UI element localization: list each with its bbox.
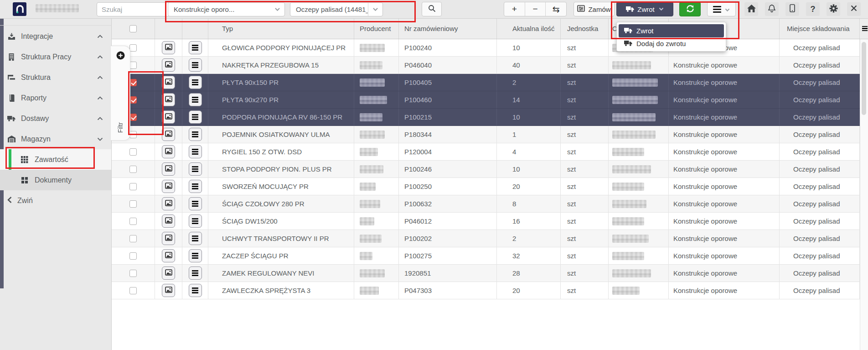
row-checkbox[interactable] bbox=[129, 166, 137, 173]
row-menu-button[interactable] bbox=[189, 266, 202, 280]
sidebar-item-struktura[interactable]: Struktura bbox=[0, 67, 111, 88]
sidebar-item-magazyn[interactable]: Magazyn bbox=[0, 129, 111, 149]
search-input[interactable] bbox=[97, 2, 173, 16]
column-header-typ[interactable]: Typ bbox=[208, 18, 354, 39]
row-checkbox[interactable] bbox=[129, 287, 137, 294]
menu-item-return[interactable]: Zwrot bbox=[619, 24, 724, 37]
table-row[interactable]: POJEMNIK OSIATKOWANY ULMA P180344 1 szt … bbox=[112, 126, 860, 143]
image-preview-button[interactable] bbox=[162, 41, 175, 54]
search-button[interactable] bbox=[422, 2, 442, 16]
table-row[interactable]: NAKRĘTKA PRZEGUBOWA 15 P046040 40 szt Ko… bbox=[112, 57, 860, 74]
sidebar-item-raporty[interactable]: Raporty bbox=[0, 88, 111, 108]
row-menu-button[interactable] bbox=[189, 284, 202, 297]
refresh-button[interactable] bbox=[679, 2, 701, 16]
row-menu-button[interactable] bbox=[189, 214, 202, 228]
image-preview-button[interactable] bbox=[162, 284, 175, 297]
row-checkbox[interactable] bbox=[129, 235, 137, 242]
image-preview-button[interactable] bbox=[162, 180, 175, 193]
sidebar-item-dostawy[interactable]: Dostawy bbox=[0, 108, 111, 129]
column-header-jednostka[interactable]: Jednostka bbox=[561, 18, 609, 39]
image-preview-button[interactable] bbox=[162, 214, 175, 228]
warehouse-select[interactable]: Konstrukcje oporo... bbox=[168, 2, 285, 16]
scrollbar-thumb[interactable] bbox=[862, 42, 866, 115]
row-menu-button[interactable] bbox=[189, 162, 202, 176]
vertical-scrollbar[interactable] bbox=[860, 39, 868, 350]
image-preview-button[interactable] bbox=[162, 162, 175, 176]
sidebar-item-integracje[interactable]: Integracje bbox=[0, 26, 111, 47]
row-menu-button[interactable] bbox=[189, 76, 202, 89]
sidebar-subitem-zawartość[interactable]: Zawartość bbox=[0, 149, 111, 170]
row-menu-button[interactable] bbox=[189, 93, 202, 106]
row-checkbox[interactable] bbox=[129, 270, 137, 277]
subtract-button[interactable]: − bbox=[525, 2, 546, 16]
row-menu-button[interactable] bbox=[189, 58, 202, 72]
transfer-button[interactable]: ⇆ bbox=[545, 2, 566, 16]
column-settings-icon[interactable] bbox=[862, 26, 868, 31]
table-row[interactable]: ŚCIĄG CZOŁOWY 280 PR P100632 8 szt Konst… bbox=[112, 195, 860, 213]
row-checkbox[interactable] bbox=[129, 131, 137, 138]
location-select[interactable]: Oczepy palisad (14481_1) bbox=[290, 2, 383, 16]
row-checkbox[interactable] bbox=[129, 114, 137, 121]
sidebar-item-struktura-pracy[interactable]: Struktura Pracy bbox=[0, 47, 111, 67]
table-row[interactable]: PŁYTA 90x150 PR P100405 2 szt Konstrukcj… bbox=[112, 74, 860, 91]
row-menu-button[interactable] bbox=[189, 197, 202, 210]
table-row[interactable]: ŚCIĄG DW15/200 P046012 16 szt Konstrukcj… bbox=[112, 213, 860, 230]
menu-item-add-to-return[interactable]: Dodaj do zwrotu bbox=[619, 37, 724, 49]
add-button[interactable]: + bbox=[504, 2, 525, 16]
row-menu-button[interactable] bbox=[189, 41, 202, 54]
table-row[interactable]: UCHWYT TRANSPORTOWY II PR P100202 2 szt … bbox=[112, 230, 860, 247]
row-checkbox[interactable] bbox=[129, 252, 137, 260]
help-button[interactable]: ? bbox=[806, 2, 820, 16]
filter-tab[interactable]: Filtr bbox=[111, 46, 130, 141]
column-header-aktualna-ilosc[interactable]: Aktualna ilość bbox=[497, 18, 561, 39]
column-header-miejsce-skladowania[interactable]: Miejsce składowania bbox=[780, 18, 860, 39]
sidebar-subitem-dokumenty[interactable]: Dokumenty bbox=[0, 170, 111, 190]
row-checkbox[interactable] bbox=[129, 218, 137, 225]
mobile-button[interactable] bbox=[785, 2, 799, 16]
row-checkbox[interactable] bbox=[129, 183, 137, 190]
image-preview-button[interactable] bbox=[162, 266, 175, 280]
home-button[interactable] bbox=[744, 2, 758, 16]
cell-qty: 10 bbox=[497, 161, 561, 178]
image-preview-button[interactable] bbox=[162, 145, 175, 158]
row-menu-button[interactable] bbox=[189, 180, 202, 193]
image-preview-button[interactable] bbox=[162, 93, 175, 106]
table-row[interactable]: ZAWLECZKA SPRĘŻYSTA 3 P047303 20 szt Kon… bbox=[112, 282, 860, 299]
table-row[interactable]: ZACZEP ŚCIĄGU PR P100275 32 szt Konstruk… bbox=[112, 247, 860, 265]
table-row[interactable]: GŁOWICA PODPORY PIONUJĄCEJ PR P100240 10… bbox=[112, 39, 860, 57]
image-preview-button[interactable] bbox=[162, 232, 175, 245]
row-checkbox[interactable] bbox=[129, 96, 137, 104]
image-preview-button[interactable] bbox=[162, 128, 175, 141]
row-checkbox[interactable] bbox=[129, 79, 137, 86]
table-row[interactable]: RYGIEL 150 Z OTW. DSD P120004 4 szt Kons… bbox=[112, 143, 860, 161]
row-checkbox[interactable] bbox=[129, 200, 137, 208]
row-checkbox[interactable] bbox=[129, 44, 137, 52]
sidebar-collapse-button[interactable]: Zwiń bbox=[0, 190, 111, 211]
actions-menu-button[interactable] bbox=[707, 2, 736, 16]
row-menu-button[interactable] bbox=[189, 128, 202, 141]
image-preview-button[interactable] bbox=[162, 249, 175, 262]
return-dropdown-button[interactable]: Zwrot bbox=[616, 2, 673, 16]
image-preview-button[interactable] bbox=[162, 76, 175, 89]
select-all-checkbox[interactable] bbox=[129, 25, 137, 32]
table-row[interactable]: STOPA PODPORY PION. PLUS PR P100246 10 s… bbox=[112, 161, 860, 178]
notifications-button[interactable] bbox=[765, 2, 779, 16]
order-button[interactable]: Zamów bbox=[574, 2, 615, 16]
image-preview-button[interactable] bbox=[162, 197, 175, 210]
row-menu-button[interactable] bbox=[189, 249, 202, 262]
image-preview-button[interactable] bbox=[162, 110, 175, 124]
table-row[interactable]: SWORZEŃ MOCUJĄCY PR P100250 20 szt Konst… bbox=[112, 178, 860, 195]
row-checkbox[interactable] bbox=[129, 148, 137, 156]
table-row[interactable]: ZAMEK REGULOWANY NEVI 1920851 28 szt Kon… bbox=[112, 265, 860, 282]
column-header-producent[interactable]: Producent bbox=[354, 18, 399, 39]
table-row[interactable]: PŁYTA 90x270 PR P100460 14 szt Konstrukc… bbox=[112, 91, 860, 109]
image-preview-button[interactable] bbox=[162, 58, 175, 72]
column-header-nr-zamowieniowy[interactable]: Nr zamówieniowy bbox=[399, 18, 497, 39]
row-menu-button[interactable] bbox=[189, 145, 202, 158]
row-checkbox[interactable] bbox=[129, 62, 137, 69]
row-menu-button[interactable] bbox=[189, 232, 202, 245]
settings-button[interactable] bbox=[827, 2, 840, 16]
row-menu-button[interactable] bbox=[189, 110, 202, 124]
close-button[interactable] bbox=[847, 2, 861, 16]
table-row[interactable]: PODPORA PIONUJĄCA RV 86-150 PR P100215 1… bbox=[112, 109, 860, 126]
